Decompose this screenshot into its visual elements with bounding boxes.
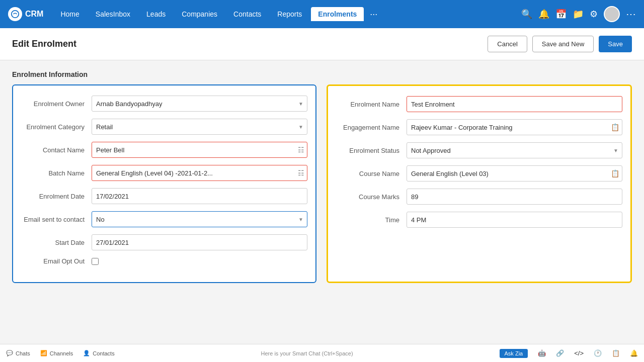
batch-name-lookup-icon[interactable]: ☷ [298,169,304,177]
save-button[interactable]: Save [599,36,632,52]
email-sent-select-wrap: No ▼ [92,211,307,227]
start-date-row: Start Date [21,234,307,250]
email-sent-label: Email sent to contact [21,216,92,223]
user-avatar[interactable] [604,6,620,22]
engagement-name-label: Engagement Name [336,124,407,131]
course-name-lookup-icon[interactable]: 📋 [611,169,619,177]
engagement-name-copy-icon[interactable]: 📋 [611,123,619,131]
contact-name-lookup-icon[interactable]: ☷ [298,146,304,154]
course-name-input[interactable] [407,165,622,182]
left-panel: Enrolment Owner Arnab Bandyopadhyay ▼ En… [12,84,316,283]
navbar: CRM Home SalesInbox Leads Companies Cont… [0,0,644,28]
nav-home[interactable]: Home [53,7,86,21]
course-marks-row: Course Marks [336,189,622,205]
logo-icon [8,7,22,21]
email-sent-row: Email sent to contact No ▼ [21,211,307,227]
engagement-name-input[interactable] [407,119,622,135]
course-marks-input[interactable] [407,189,622,205]
clock-icon: 🕐 [594,349,602,357]
search-icon[interactable]: 🔍 [521,9,532,20]
enrolment-owner-row: Enrolment Owner Arnab Bandyopadhyay ▼ [21,96,307,112]
nav-companies[interactable]: Companies [175,7,224,21]
time-input[interactable] [407,212,622,228]
logo[interactable]: CRM [8,7,43,21]
channels-icon: 📶 [40,350,47,356]
smart-chat-text: Here is your Smart Chat (Ctrl+Space) [125,350,490,356]
email-opt-out-row: Email Opt Out [21,257,307,265]
page-header: Edit Enrolment Cancel Save and New Save [0,28,644,60]
contacts-item[interactable]: 👤 Contacts [83,350,114,356]
enrolment-date-input[interactable] [92,188,307,204]
logo-text: CRM [25,10,43,19]
start-date-label: Start Date [21,239,92,246]
batch-name-input-wrap: ☷ [92,165,307,181]
channels-label: Channels [50,350,73,356]
time-label: Time [336,216,407,224]
nav-items: Home SalesInbox Leads Companies Contacts… [53,7,521,21]
enrolment-name-label: Enrolment Name [336,101,407,108]
contact-name-label: Contact Name [21,146,92,154]
channels-item[interactable]: 📶 Channels [40,350,73,356]
cancel-button[interactable]: Cancel [488,36,527,52]
bottom-bar: 💬 Chats 📶 Channels 👤 Contacts Here is yo… [0,344,644,362]
enrolment-name-row: Enrolment Name [336,96,622,112]
engagement-name-input-wrap: 📋 [407,119,622,135]
email-opt-out-checkbox[interactable] [92,258,99,265]
enrolment-owner-label: Enrolment Owner [21,100,92,108]
settings-icon[interactable]: ⚙ [590,9,598,20]
nav-enrolments[interactable]: Enrolments [311,7,364,21]
course-marks-label: Course Marks [336,193,407,201]
form-panels: Enrolment Owner Arnab Bandyopadhyay ▼ En… [12,84,632,283]
section-title: Enrolment Information [12,70,632,78]
ask-zia-button[interactable]: Ask Zia [500,349,528,358]
nav-reports[interactable]: Reports [270,7,309,21]
nav-salesinbox[interactable]: SalesInbox [89,7,137,21]
batch-name-input[interactable] [92,165,307,181]
contact-name-input-wrap: ☷ [92,142,307,158]
folder-icon[interactable]: 📁 [573,9,584,20]
course-name-row: Course Name 📋 [336,165,622,182]
enrolment-category-row: Enrolment Category Retail ▼ [21,119,307,135]
engagement-name-row: Engagement Name 📋 [336,119,622,135]
batch-name-label: Batch Name [21,169,92,177]
right-panel: Enrolment Name Engagement Name 📋 Enrolme… [327,84,632,283]
time-row: Time [336,212,622,228]
batch-name-row: Batch Name ☷ [21,165,307,181]
enrolment-category-select[interactable]: Retail [92,119,307,135]
grid-icon[interactable]: ⋯ [626,8,636,20]
page-title: Edit Enrolment [12,39,76,49]
enrolment-status-select[interactable]: Not Approved [407,142,622,158]
enrolment-owner-select-wrap: Arnab Bandyopadhyay ▼ [92,96,307,112]
nav-icon-group: 🔍 🔔 📅 📁 ⚙ ⋯ [521,6,636,22]
nav-leads[interactable]: Leads [139,7,173,21]
contact-name-input[interactable] [92,142,307,158]
enrolment-date-row: Enrolment Date [21,188,307,204]
email-sent-select[interactable]: No [92,211,307,227]
nav-contacts[interactable]: Contacts [226,7,268,21]
share-icon: 🔗 [556,349,564,357]
notification-icon[interactable]: 🔔 [538,9,549,20]
svg-point-0 [12,11,19,18]
email-opt-out-checkbox-wrap [92,258,99,265]
contact-name-row: Contact Name ☷ [21,142,307,158]
contacts-icon: 👤 [83,350,90,356]
calendar-icon[interactable]: 📅 [555,9,567,20]
enrolment-status-select-wrap: Not Approved ▼ [407,142,622,158]
chats-label: Chats [16,350,30,356]
start-date-input[interactable] [92,234,307,250]
code-icon: </> [574,349,584,357]
enrolment-category-label: Enrolment Category [21,123,92,131]
enrolment-owner-select[interactable]: Arnab Bandyopadhyay [92,96,307,112]
bot-icon: 🤖 [538,349,546,357]
enrolment-status-label: Enrolment Status [336,147,407,154]
course-name-label: Course Name [336,170,407,177]
nav-more-dots[interactable]: ··· [366,9,381,20]
email-opt-out-label: Email Opt Out [21,257,92,265]
chats-item[interactable]: 💬 Chats [6,350,30,356]
chats-icon: 💬 [6,350,13,356]
save-and-new-button[interactable]: Save and New [532,36,594,52]
content-area: Enrolment Information Enrolment Owner Ar… [0,60,644,344]
enrolment-date-label: Enrolment Date [21,193,92,200]
enrolment-name-input[interactable] [407,96,622,112]
enrolment-category-select-wrap: Retail ▼ [92,119,307,135]
